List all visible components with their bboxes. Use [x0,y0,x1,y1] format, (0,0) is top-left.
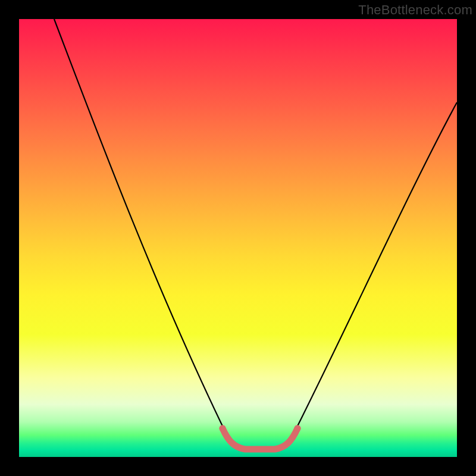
chart-frame: TheBottleneck.com [0,0,476,476]
bottleneck-curve [54,19,457,450]
curve-layer [19,19,457,457]
attribution-label: TheBottleneck.com [358,2,472,18]
optimal-zone-endpoint-right [295,425,301,432]
plot-area [19,19,457,457]
optimal-zone-marker [223,428,298,449]
optimal-zone-endpoint-left [220,425,226,432]
